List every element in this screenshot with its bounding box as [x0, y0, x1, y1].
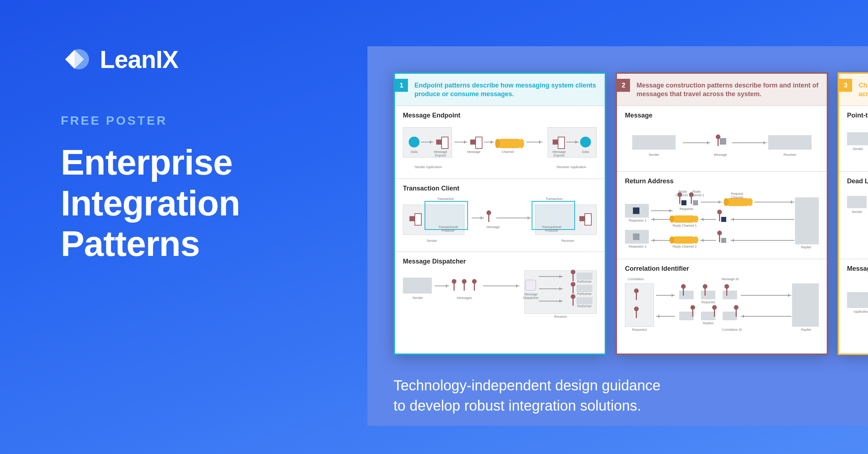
card-2-section-2: Return Address [617, 171, 827, 259]
diagram-message-bus: Application Message Bus Application Appl… [847, 278, 868, 335]
title-line-1: Enterprise [61, 142, 321, 183]
card-2-section-3: Correlation Identifier [617, 259, 827, 343]
card-1-section-3: Message Dispatcher [395, 252, 605, 325]
section-title: Transaction Client [403, 185, 597, 192]
poster-cards-row: 1 Endpoint patterns describe how messagi… [393, 72, 868, 355]
tagline: Technology-independent design guidance t… [393, 375, 660, 416]
brand-name: LeanIX [100, 45, 178, 73]
section-title: Return Address [625, 177, 819, 185]
diagram-dead-letter: ✕ Sender Message Channel Delivery Fails … [847, 190, 868, 255]
card-3-head-text: Channel patterns describe how messages a… [859, 79, 868, 99]
card-1-number: 1 [395, 79, 408, 92]
diagram-correlation-identifier: Correlation Message ID Requests Replies … [625, 278, 819, 339]
diagram-message-dispatcher: Sender Messages Message Dispatcher Perfo… [403, 270, 597, 321]
section-title: Message Endpoint [403, 112, 597, 119]
card-1-head-text: Endpoint patterns describe how messaging… [414, 79, 597, 99]
section-title: Correlation Identifier [625, 265, 819, 273]
tagline-line-2: to develop robust integration solutions. [393, 395, 660, 416]
title-line-2: Integration [61, 183, 321, 224]
logo: LeanIX [61, 45, 321, 74]
diagram-p2p-channel: Sender Order #1 Order #2 Order #3 Point-… [847, 124, 868, 168]
diagram-transaction-client: Transaction Transaction Transactional Pr… [403, 197, 597, 248]
tagline-line-1: Technology-independent design guidance [393, 375, 660, 395]
poster-preview-panel: 1 Endpoint patterns describe how messagi… [367, 46, 868, 426]
diagram-message: Sender Message Receiver [625, 124, 819, 168]
card-3-section-3: Message Bus Application Message Bus Appl [839, 259, 868, 339]
card-1-header: 1 Endpoint patterns describe how messagi… [395, 74, 605, 106]
card-3-section-2: Dead Letter Channel ✕ Sender [839, 171, 868, 259]
card-2-number: 2 [617, 79, 630, 92]
diagram-message-endpoint: Data Message Enpoint Message Channel Mes… [403, 124, 597, 175]
hero-left: LeanIX FREE POSTER Enterprise Integratio… [61, 45, 321, 264]
hero-title: Enterprise Integration Patterns [61, 142, 321, 264]
section-title: Dead Letter Channel [847, 177, 868, 185]
poster-card-2: 2 Message construction patterns describe… [616, 72, 828, 355]
section-title: Message Bus [847, 265, 868, 273]
title-line-3: Patterns [61, 223, 321, 264]
section-title: Message [625, 112, 819, 119]
poster-card-3: 3 Channel patterns describe how messages… [838, 72, 868, 355]
card-1-section-2: Transaction Client Transaction Transacti… [395, 179, 605, 252]
eyebrow: FREE POSTER [61, 113, 321, 128]
card-3-section-1: Point-to-Point Channel Sender Order #1 O [839, 106, 868, 171]
section-title: Point-to-Point Channel [847, 112, 868, 119]
card-3-header: 3 Channel patterns describe how messages… [839, 74, 868, 106]
section-title: Message Dispatcher [403, 258, 597, 265]
card-2-section-1: Message Sender Message Receiver [617, 106, 827, 171]
card-3-number: 3 [839, 79, 852, 92]
card-2-head-text: Message construction patterns describe f… [637, 79, 819, 99]
poster-card-1: 1 Endpoint patterns describe how messagi… [393, 72, 606, 355]
diagram-return-address: Reply Channel 1 Reply Channel 2 Request … [625, 190, 819, 255]
card-1-section-1: Message Endpoint Data Messag [395, 106, 605, 179]
leanix-logo-icon [61, 45, 90, 74]
card-2-header: 2 Message construction patterns describe… [617, 74, 827, 106]
